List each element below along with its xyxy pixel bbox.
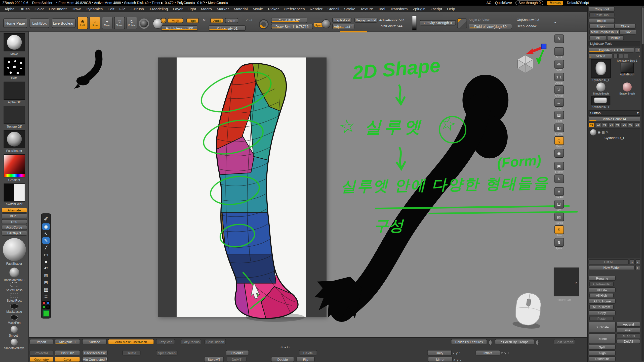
subtool-row[interactable]: ◉ ▦ ✎ [589, 129, 640, 135]
tray-button[interactable]: Split Hidden [205, 339, 226, 344]
pen-tool-icon[interactable]: ⊠ [42, 272, 50, 279]
subtool-tab[interactable]: V5 [615, 122, 621, 127]
subtool-tab[interactable]: V7 [628, 122, 634, 127]
brush-thumb-item[interactable]: | Anatomy Step-1 AlphaBrush [615, 59, 639, 81]
tray-button[interactable]: x y z [453, 350, 460, 356]
tray-button[interactable]: Geometry [30, 357, 54, 362]
shelf-tool-button[interactable]: ▦ Floor [553, 111, 565, 122]
tray-button[interactable]: StoreMT [204, 357, 224, 362]
spix-slider[interactable]: SPix 3 [589, 53, 613, 58]
shelf-tool-button[interactable]: ⇅ Xpose [553, 238, 565, 250]
tray-button[interactable]: Split Screen [156, 350, 177, 355]
title-bar-item[interactable]: QuickSave [495, 1, 512, 5]
menu-item[interactable]: Zplugin [410, 7, 428, 11]
tool-panel-button[interactable]: All [589, 35, 606, 40]
subtool-action-button[interactable]: Align [589, 350, 616, 355]
palette-tool-item[interactable]: SelectRect [0, 293, 28, 303]
stroke-preview-icon[interactable] [139, 18, 149, 29]
tray-button[interactable]: Surface [82, 339, 107, 344]
menu-item[interactable]: Transform [388, 7, 410, 11]
palette-thumb-item[interactable]: Texture Off [0, 106, 28, 128]
mode-button[interactable]: ◱ Scale [114, 17, 125, 29]
viewport-canvas[interactable]: 2D Shape ☆ 실루엣 ☆ (Form) 실루엣 안에 다양한 형태들을 … [29, 31, 587, 337]
lightbox-tools-strip[interactable]: Lightbox►Tools [589, 41, 640, 46]
subtool-tab[interactable]: V4 [608, 122, 614, 127]
tool-panel-button[interactable]: Import [589, 18, 615, 23]
del-other-button[interactable]: Del Other [617, 333, 640, 338]
shelf-tool-button[interactable]: ✎ [553, 34, 565, 46]
paint-button[interactable]: Mrgb [168, 18, 183, 23]
replay-knob-icon[interactable] [321, 19, 331, 28]
subtool-action-button[interactable]: Rename [589, 276, 616, 281]
menu-item[interactable]: Light [185, 7, 198, 11]
replay-button[interactable]: ReplayLast [332, 18, 352, 23]
shelf-tool-button[interactable]: ▣ Frame [553, 162, 565, 173]
tray-button[interactable]: Mirror [428, 357, 453, 362]
tool-panel-button[interactable]: Make PolyMesh3D [589, 30, 619, 35]
shelf-tool-button[interactable]: ◉ [553, 149, 565, 161]
rf-slider[interactable]: Rf 0 [2, 219, 27, 224]
pen-tool-icon[interactable]: ▦ [42, 286, 50, 293]
menu-item[interactable]: J-Modeling [146, 7, 170, 11]
shelf-tool-button[interactable]: 1:1 Actual [553, 73, 565, 84]
tool-panel-button[interactable]: Export [589, 24, 615, 29]
texture-on-label[interactable]: Texture On [555, 298, 571, 302]
palette-tool-item[interactable]: SelectLasso [0, 282, 28, 292]
paint-button[interactable]: Rgb [186, 18, 199, 23]
pen-tool-icon[interactable]: ↖ [42, 230, 50, 237]
stroke-icon[interactable] [613, 54, 618, 58]
focal-shift-slider[interactable]: Focal Shift 57 [271, 18, 307, 23]
subtool-header[interactable]: Subtool ▾ [589, 110, 640, 116]
tray-button[interactable]: LazyStep [156, 339, 175, 344]
palette-tool-item[interactable]: MaskLasso [0, 304, 28, 313]
tray-button[interactable]: Split Screen [554, 339, 575, 344]
palette-thumb-item[interactable]: FastShader [0, 130, 28, 153]
shelf-tool-button[interactable]: ▱ Persp [553, 98, 565, 110]
tool-thumb-item[interactable]: Cylinder3D_1 [589, 59, 613, 81]
palette-thumb-item[interactable]: SwitchColor [0, 184, 28, 206]
menu-item[interactable]: Tool [376, 7, 388, 11]
shelf-tool-button[interactable]: Q Qxyz [553, 136, 565, 148]
alternate-button[interactable]: Alternate [2, 208, 27, 213]
tray-button[interactable]: Inflate [476, 350, 500, 355]
subtool-tab[interactable]: V3 [601, 122, 608, 127]
subtool-action-button[interactable]: AutoReorder [589, 282, 614, 287]
menu-item[interactable]: Macro [198, 7, 214, 11]
tray-button[interactable]: Min Connected F [82, 357, 108, 362]
palette-tool-item[interactable]: MaskPen [0, 315, 28, 325]
insert-button[interactable]: Insert [617, 328, 640, 333]
tray-divider-arrows[interactable]: ◂◂ ▴ ▸▸ [280, 345, 290, 348]
menu-item[interactable]: Edit [105, 7, 117, 11]
shelf-tool-button[interactable]: ≡ Line Fill [553, 187, 565, 199]
pen-tool-icon[interactable]: ↶ [42, 265, 50, 272]
gravity-strength-slider[interactable]: Gravity Strength 0 [420, 20, 456, 25]
tray-button[interactable]: Auto Mask FiberMesh [108, 339, 154, 344]
tool-panel-button[interactable]: Paste Tool [589, 12, 615, 17]
fillobject-button[interactable]: FillObject [2, 231, 27, 236]
subtool-tab[interactable]: V1 [589, 122, 595, 127]
obj-shadow-label[interactable]: ObjShadow 0.3 [517, 18, 539, 22]
stroke-icon[interactable] [624, 54, 628, 58]
pen-color-swatch[interactable] [42, 305, 46, 309]
current-tool-slider[interactable]: Cylinder3D_1. 33 [589, 48, 634, 53]
field-of-view-slider[interactable]: Field of view(deg) 30 [469, 24, 512, 29]
mode-button[interactable]: ⊕ Edit [77, 17, 88, 29]
stroke-icon[interactable] [619, 54, 623, 58]
pen-active-color-swatch[interactable] [43, 310, 49, 316]
menu-item[interactable]: Preferences [281, 7, 307, 11]
mode-button[interactable]: ○ Draw [90, 17, 100, 29]
accucurve-button[interactable]: AccuCurve [2, 225, 27, 230]
append-button[interactable]: Append [617, 322, 640, 327]
subtool-action-button[interactable]: All Low [589, 287, 616, 292]
tray-button[interactable]: DelMT [227, 357, 246, 362]
delete-button[interactable]: Delete [589, 333, 616, 344]
tool-panel-button[interactable]: Clone [614, 24, 636, 29]
tool-panel-button[interactable]: Visible [607, 35, 624, 40]
pen-tool-icon[interactable]: ✎ [42, 237, 50, 244]
subtool-tab[interactable]: V2 [595, 122, 601, 127]
brush-thumb-item[interactable]: EraserBrush [615, 82, 639, 95]
tray-button[interactable]: Double [271, 357, 294, 362]
panel-scrollbar[interactable] [641, 7, 643, 361]
menu-item[interactable]: Texture [358, 7, 375, 11]
menu-item[interactable]: Stencil [325, 7, 342, 11]
